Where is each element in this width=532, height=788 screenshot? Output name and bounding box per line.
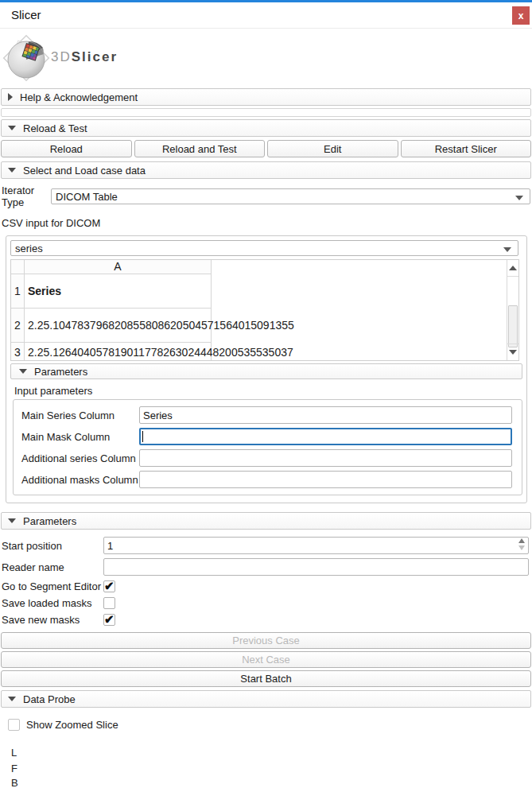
restart-slicer-button[interactable]: Restart Slicer: [401, 140, 532, 157]
logo-banner: 3DSlicer: [0, 29, 532, 87]
reader-name-row: Reader name: [2, 558, 530, 576]
row-number: 3: [14, 346, 21, 359]
button-label: Next Case: [242, 654, 290, 666]
column-header-A[interactable]: A: [25, 260, 212, 274]
button-label: Restart Slicer: [435, 143, 497, 155]
main-series-column-input[interactable]: [139, 406, 512, 424]
row-header[interactable]: 2: [11, 309, 25, 343]
expanded-arrow-icon: [8, 126, 16, 130]
iterator-type-row: Iterator Type DICOM Table: [2, 184, 530, 208]
start-position-label: Start position: [2, 540, 103, 552]
additional-series-row: Additional series Column: [21, 449, 512, 467]
table-row: 3 2.25.126404057819011778263024448200535…: [11, 343, 518, 361]
column-header-label: A: [114, 260, 121, 273]
logo-wordmark: 3DSlicer: [51, 49, 118, 65]
section-help-acknowledgement[interactable]: Help & Acknowledgement: [1, 88, 531, 106]
expanded-arrow-icon: [19, 369, 27, 374]
reload-button[interactable]: Reload: [1, 140, 132, 157]
reader-name-label: Reader name: [2, 561, 103, 573]
scroll-up-icon: [509, 266, 517, 270]
section-label: Parameters: [23, 515, 76, 527]
start-position-row: Start position: [2, 537, 530, 554]
show-zoomed-slice-label: Show Zoomed Slice: [26, 719, 118, 731]
save-new-masks-checkbox[interactable]: [103, 614, 115, 626]
table-row: 1 Series: [11, 274, 518, 309]
help-collapsed-content: [1, 108, 531, 117]
checkbox-label: Go to Segment Editor: [2, 580, 103, 592]
dropdown-arrow-icon: [503, 247, 511, 252]
field-label: Main Mask Column: [21, 431, 139, 443]
start-position-spinbox[interactable]: [103, 537, 529, 554]
section-select-load-case[interactable]: Select and Load case data: [1, 161, 531, 179]
row-number: 1: [14, 285, 21, 297]
additional-masks-column-input[interactable]: [139, 471, 512, 488]
main-mask-column-input[interactable]: [139, 428, 512, 445]
start-batch-button[interactable]: Start Batch: [1, 670, 531, 687]
scroll-down-button[interactable]: [507, 344, 518, 360]
additional-masks-row: Additional masks Column: [21, 471, 512, 488]
table-cell[interactable]: Series: [25, 274, 212, 309]
section-data-probe[interactable]: Data Probe: [1, 690, 531, 708]
spin-down-icon: [518, 545, 525, 550]
reader-name-input[interactable]: [103, 558, 529, 576]
section-label: Reload & Test: [23, 122, 87, 134]
series-combobox[interactable]: series: [10, 240, 518, 256]
dicom-table: A 1 Series 2 2.25.1047837968208558086205…: [10, 259, 519, 361]
button-label: Reload: [50, 143, 83, 155]
iterator-type-combobox[interactable]: DICOM Table: [51, 188, 530, 204]
title-bar: Slicer x: [0, 2, 532, 29]
scrollbar-thumb[interactable]: [508, 305, 518, 347]
go-to-segment-editor-checkbox[interactable]: [103, 580, 115, 592]
reload-and-test-button[interactable]: Reload and Test: [134, 140, 266, 157]
button-label: Reload and Test: [162, 143, 237, 155]
cell-value: 2.25.10478379682085580862050457156401509…: [28, 319, 294, 332]
main-mask-row: Main Mask Column: [21, 428, 512, 445]
section-label: Data Probe: [23, 693, 76, 705]
close-button[interactable]: x: [512, 6, 530, 25]
field-label: Additional masks Column: [21, 474, 139, 486]
expanded-arrow-icon: [8, 518, 16, 523]
checkbox-label: Save new masks: [2, 614, 103, 626]
vertical-scrollbar[interactable]: [507, 260, 518, 360]
additional-series-column-input[interactable]: [139, 449, 512, 467]
table-cell[interactable]: 2.25.10478379682085580862050457156401509…: [25, 309, 212, 343]
slicer-logo-icon: [2, 30, 52, 86]
spinner-buttons[interactable]: [516, 538, 527, 550]
orientation-label-b: B: [11, 777, 532, 788]
field-label: Main Series Column: [21, 410, 139, 421]
checkbox-label: Save loaded masks: [2, 597, 103, 609]
orientation-label-f: F: [11, 763, 532, 774]
edit-button[interactable]: Edit: [267, 140, 398, 157]
table-row: 2 2.25.104783796820855808620504571564015…: [11, 309, 518, 343]
close-icon: x: [518, 10, 524, 21]
csv-input-label: CSV input for DICOM: [2, 217, 532, 229]
row-number: 2: [14, 319, 21, 332]
button-label: Edit: [324, 143, 341, 155]
section-label: Parameters: [34, 366, 87, 378]
save-loaded-masks-checkbox[interactable]: [103, 597, 115, 609]
section-parameters[interactable]: Parameters: [1, 512, 531, 530]
input-parameters-group: Main Series Column Main Mask Column Addi…: [13, 399, 522, 495]
save-loaded-masks-row: Save loaded masks: [2, 596, 530, 609]
logo-text-3d: 3D: [51, 49, 72, 64]
expanded-arrow-icon: [8, 697, 16, 701]
csv-input-container: series A 1 Series 2 2.25.104783796820855…: [6, 235, 527, 503]
table-corner-cell[interactable]: [11, 260, 25, 274]
scroll-up-button[interactable]: [507, 260, 518, 277]
section-input-parameters[interactable]: Parameters: [10, 363, 522, 379]
table-cell[interactable]: 2.25.12640405781901177826302444820053553…: [25, 343, 212, 361]
dropdown-arrow-icon: [515, 196, 523, 200]
section-reload-test[interactable]: Reload & Test: [1, 119, 531, 137]
spin-up-icon: [518, 538, 525, 543]
next-case-button[interactable]: Next Case: [1, 651, 531, 668]
cell-value: 2.25.12640405781901177826302444820053553…: [28, 346, 293, 359]
orientation-label-l: L: [11, 747, 532, 759]
row-header[interactable]: 1: [11, 274, 25, 309]
input-parameters-label: Input parameters: [14, 385, 522, 397]
row-header[interactable]: 3: [11, 343, 25, 361]
previous-case-button[interactable]: Previous Case: [1, 632, 531, 649]
show-zoomed-slice-checkbox[interactable]: [8, 719, 20, 731]
expanded-arrow-icon: [8, 168, 16, 173]
button-label: Start Batch: [240, 673, 291, 685]
text-caret: [142, 431, 143, 442]
